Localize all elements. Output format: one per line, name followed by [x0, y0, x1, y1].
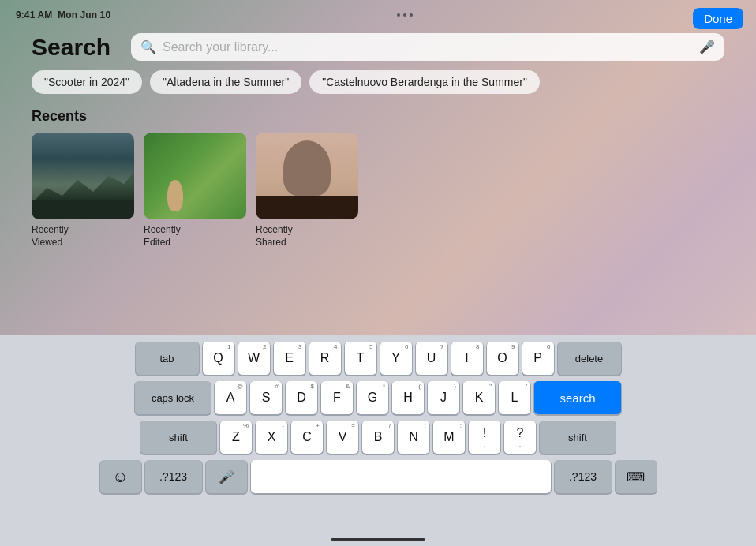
recents-section: Recents RecentlyViewed RecentlyEdited Re…: [32, 108, 724, 249]
keyboard-row-4: ☺ .?123 🎤 .?123 ⌨: [3, 460, 753, 493]
key-U[interactable]: 7U: [416, 342, 447, 375]
search-title: Search: [32, 34, 118, 61]
recent-item-3[interactable]: RecentlyShared: [256, 133, 358, 249]
suggestion-pill-2[interactable]: "Altadena in the Summer": [150, 70, 301, 94]
num123-left-key[interactable]: .?123: [145, 460, 202, 493]
search-row: Search 🔍 🎤: [32, 33, 724, 61]
recents-title: Recents: [32, 108, 724, 125]
key-A[interactable]: @A: [215, 381, 246, 414]
key-O[interactable]: 9O: [487, 342, 518, 375]
keyboard-row-1: tab 1Q 2W 3E 4R 5T 6Y 7U 8I 9O 0P delete: [3, 342, 753, 375]
main-content: Search 🔍 🎤 "Scooter in 2024" "Altadena i…: [0, 27, 756, 249]
key-M[interactable]: :M: [433, 421, 465, 454]
search-key[interactable]: search: [534, 381, 621, 414]
key-P[interactable]: 0P: [522, 342, 554, 375]
key-N[interactable]: ;N: [398, 421, 429, 454]
shift-left-key[interactable]: shift: [140, 421, 216, 454]
done-button[interactable]: Done: [693, 8, 743, 29]
search-icon: 🔍: [140, 39, 156, 54]
key-T[interactable]: 5T: [345, 342, 376, 375]
key-K[interactable]: "K: [463, 381, 495, 414]
recent-thumb-2: [144, 133, 246, 219]
status-bar: 9:41 AM Mon Jun 10 📶 100%: [0, 0, 756, 27]
search-bar[interactable]: 🔍 🎤: [131, 33, 724, 61]
recent-thumb-3: [256, 133, 358, 219]
mic-search-icon[interactable]: 🎤: [699, 39, 715, 54]
key-exclaim[interactable]: !.: [469, 421, 500, 454]
shift-right-key[interactable]: shift: [540, 421, 616, 454]
key-L[interactable]: 'L: [499, 381, 530, 414]
key-B[interactable]: /B: [362, 421, 394, 454]
key-Y[interactable]: 6Y: [380, 342, 412, 375]
key-W[interactable]: 2W: [238, 342, 270, 375]
recent-item-1[interactable]: RecentlyViewed: [32, 133, 134, 249]
suggestion-pill-3[interactable]: "Castelnuovo Berardenga in the Summer": [309, 70, 540, 94]
key-H[interactable]: (H: [392, 381, 424, 414]
recent-label-2: RecentlyEdited: [144, 224, 181, 249]
status-time: 9:41 AM Mon Jun 10: [16, 9, 110, 21]
mic-key[interactable]: 🎤: [206, 460, 247, 493]
keyboard: tab 1Q 2W 3E 4R 5T 6Y 7U 8I 9O 0P delete…: [0, 335, 756, 546]
tab-key[interactable]: tab: [136, 342, 199, 375]
keyboard-row-2: caps lock @A #S $D &F *G (H )J "K 'L sea…: [3, 381, 753, 414]
space-key[interactable]: [251, 460, 551, 493]
key-I[interactable]: 8I: [451, 342, 483, 375]
emoji-key[interactable]: ☺: [100, 460, 141, 493]
suggestion-pill-1[interactable]: "Scooter in 2024": [32, 70, 142, 94]
delete-key[interactable]: delete: [558, 342, 621, 375]
home-indicator: [331, 538, 425, 541]
recent-item-2[interactable]: RecentlyEdited: [144, 133, 246, 249]
key-C[interactable]: +C: [291, 421, 323, 454]
dot-2: [403, 13, 406, 17]
key-D[interactable]: $D: [286, 381, 317, 414]
key-J[interactable]: )J: [428, 381, 459, 414]
key-F[interactable]: &F: [321, 381, 353, 414]
recents-grid: RecentlyViewed RecentlyEdited RecentlySh…: [32, 133, 724, 249]
caps-lock-key[interactable]: caps lock: [135, 381, 211, 414]
suggestion-pills: "Scooter in 2024" "Altadena in the Summe…: [32, 70, 724, 94]
key-V[interactable]: =V: [327, 421, 358, 454]
key-X[interactable]: -X: [256, 421, 287, 454]
key-Q[interactable]: 1Q: [203, 342, 234, 375]
recent-label-3: RecentlyShared: [256, 224, 293, 249]
key-question[interactable]: ?.: [504, 421, 536, 454]
key-G[interactable]: *G: [357, 381, 388, 414]
search-input[interactable]: [163, 40, 693, 54]
recent-thumb-1: [32, 133, 134, 219]
key-R[interactable]: 4R: [309, 342, 341, 375]
keyboard-row-3: shift %Z -X +C =V /B ;N :M !. ?. shift: [3, 421, 753, 454]
dot-3: [410, 13, 413, 17]
key-S[interactable]: #S: [250, 381, 282, 414]
num123-right-key[interactable]: .?123: [555, 460, 612, 493]
key-Z[interactable]: %Z: [220, 421, 252, 454]
dot-1: [397, 13, 400, 17]
key-E[interactable]: 3E: [274, 342, 305, 375]
keyboard-dismiss-key[interactable]: ⌨: [616, 460, 657, 493]
status-center-dots: [397, 13, 413, 17]
recent-label-1: RecentlyViewed: [32, 224, 69, 249]
